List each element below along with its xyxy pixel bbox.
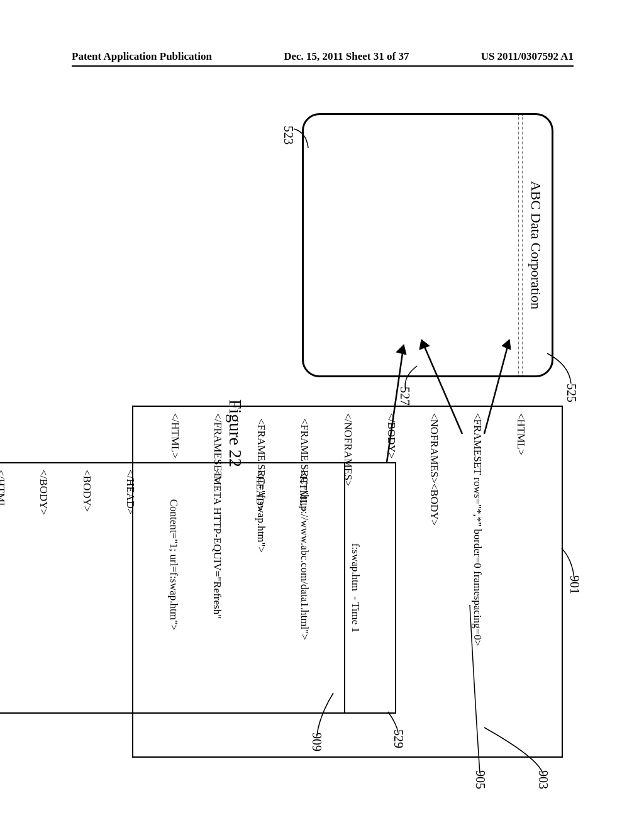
- leader-line: [462, 604, 481, 777]
- code-line: </HTML: [0, 470, 8, 706]
- svg-marker-5: [396, 345, 406, 355]
- header-center: Dec. 15, 2011 Sheet 31 of 37: [284, 50, 409, 63]
- code-line: <META HTTP-EQUIV="Refresh": [209, 470, 224, 706]
- code-line: <HEAD>: [253, 470, 267, 706]
- svg-line-2: [421, 340, 462, 434]
- code-line: <NOFRAMES><BODY>: [427, 413, 441, 750]
- browser-divider: [522, 115, 523, 375]
- figure-caption: Figure 22: [225, 399, 245, 467]
- browser-divider: [518, 115, 519, 375]
- arrow-icon: [412, 327, 469, 440]
- header-rule: [72, 65, 574, 67]
- browser-title: ABC Data Corporation: [528, 115, 544, 375]
- code-line: </HEAD>: [123, 470, 137, 706]
- leader-line: [399, 365, 418, 393]
- header-right: US 2011/0307592 A1: [481, 50, 574, 63]
- svg-line-0: [484, 340, 509, 434]
- code-box-swap: f:swap.htm - Time 1 <HTML> <HEAD> <META …: [0, 462, 396, 714]
- code-line: <HTML>: [296, 470, 310, 706]
- svg-marker-1: [502, 340, 511, 350]
- figure-canvas: ABC Data Corporation <HTML> <FRAMESET ro…: [63, 88, 579, 780]
- leader-line: [544, 352, 572, 387]
- code-line: </BODY>: [36, 470, 51, 706]
- leader-line: [291, 126, 309, 151]
- leader-line: [481, 726, 544, 777]
- page-header: Patent Application Publication Dec. 15, …: [72, 50, 574, 63]
- arrow-icon: [472, 327, 516, 440]
- header-left: Patent Application Publication: [72, 50, 212, 63]
- code-line: <HTML>: [513, 413, 528, 750]
- code-box-swap-title: f:swap.htm - Time 1: [344, 463, 366, 712]
- code-line: Content="1; url=f:swap.htm">: [166, 470, 180, 706]
- leader-line: [316, 692, 335, 739]
- leader-line: [557, 547, 575, 582]
- code-line: <BODY>: [79, 470, 94, 706]
- leader-line: [384, 711, 399, 736]
